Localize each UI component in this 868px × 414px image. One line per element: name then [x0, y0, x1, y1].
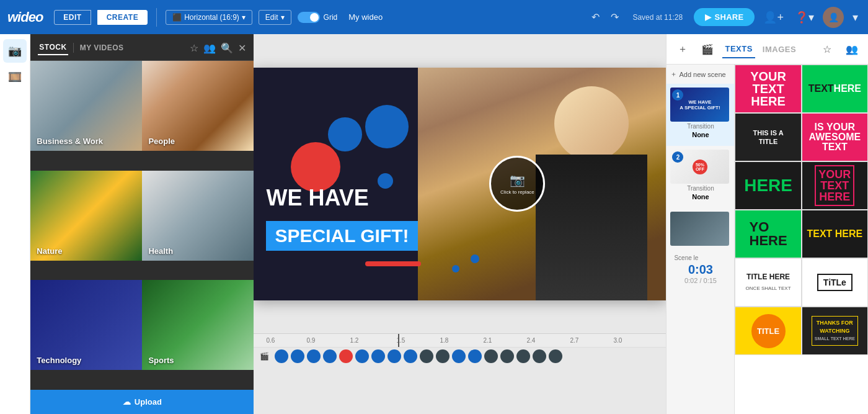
redo-button[interactable]: ↷ — [608, 9, 621, 25]
add-scene-icon-button[interactable]: ＋ — [673, 39, 693, 59]
format-selector[interactable]: ⬛ Horizontal (16:9) ▾ — [166, 10, 252, 25]
track-element-5[interactable] — [339, 349, 353, 363]
stock-item-business-work[interactable]: Business & Work — [30, 61, 142, 151]
track-film-button[interactable]: 🎬 — [259, 351, 270, 362]
texts-tab[interactable]: TEXTS — [722, 40, 755, 58]
stock-tab[interactable]: STOCK — [38, 40, 68, 55]
scene-item-3[interactable] — [666, 208, 734, 250]
stock-item-technology[interactable]: Technology — [30, 280, 142, 370]
playhead[interactable] — [398, 334, 399, 347]
scenes-icon-button[interactable]: 🎬 — [698, 39, 717, 59]
track-element-18[interactable] — [549, 349, 562, 363]
track-element-16[interactable] — [516, 349, 530, 363]
track-element-10[interactable] — [420, 349, 433, 363]
stock-item-sports[interactable]: Sports — [142, 280, 254, 370]
main-canvas[interactable]: 📷 Click to replace WE HAVE SPECIAL GIFT! — [254, 68, 666, 300]
template-item-8[interactable]: TEXT HERE — [802, 210, 868, 258]
track-element-4[interactable] — [323, 349, 337, 363]
template-item-10[interactable]: TiTLe — [802, 258, 868, 307]
undo-button[interactable]: ↶ — [589, 9, 602, 25]
template-item-6[interactable]: YOURTEXTHERE — [802, 161, 868, 210]
track-element-17[interactable] — [533, 349, 546, 363]
track-element-1[interactable] — [275, 349, 288, 363]
stock-item-health[interactable]: Health — [142, 171, 254, 261]
ruler-mark-8: 3.0 — [613, 337, 622, 344]
edit-mode-button[interactable]: Edit ▾ — [259, 10, 291, 25]
track-element-8[interactable] — [388, 349, 401, 363]
grid-toggle-switch[interactable] — [298, 12, 320, 23]
stock-users-button[interactable]: 👥 — [203, 42, 216, 54]
scene-item-1[interactable]: WE HAVEA SPECIAL GIFT! 1 Transition None — [666, 84, 734, 146]
right-content: ＋ Add new scene WE HAVEA SPECIAL GIFT! 1… — [666, 65, 868, 414]
share-icon: ▶ — [705, 12, 711, 22]
track-element-9[interactable] — [404, 349, 417, 363]
stock-tab-divider — [73, 43, 74, 53]
camera-icon: 📷 — [510, 173, 525, 187]
person-face — [554, 86, 629, 161]
scene-thumb-2: 50%OFF 2 — [670, 150, 729, 184]
stock-item-nature[interactable]: Nature — [30, 171, 142, 261]
track-element-12[interactable] — [452, 349, 466, 363]
rp-users-button[interactable]: 👥 — [842, 39, 862, 59]
images-tab[interactable]: IMAGES — [760, 41, 799, 58]
help-button[interactable]: ❓▾ — [792, 8, 817, 27]
template-item-1[interactable]: YOURTEXTHERE — [735, 65, 801, 113]
template-text-5: HERE — [744, 177, 792, 194]
stock-search-button[interactable]: 🔍 — [221, 42, 233, 54]
stock-item-people[interactable]: People — [142, 61, 254, 151]
template-item-2[interactable]: TEXTHERE — [802, 65, 868, 113]
grid-toggle: Grid — [298, 12, 338, 23]
track-element-13[interactable] — [468, 349, 482, 363]
track-element-3[interactable] — [307, 349, 321, 363]
track-element-15[interactable] — [500, 349, 514, 363]
scenes-list: ＋ Add new scene WE HAVEA SPECIAL GIFT! 1… — [666, 65, 735, 414]
avatar[interactable]: 👤 — [823, 7, 844, 28]
rp-favorite-button[interactable]: ☆ — [817, 39, 837, 59]
replace-overlay[interactable]: 📷 Click to replace — [489, 156, 545, 212]
template-item-5[interactable]: HERE — [735, 161, 801, 210]
template-item-3[interactable]: THIS IS ATITLE — [735, 113, 801, 161]
circle-blue-3 — [378, 173, 393, 189]
canvas-headline-1[interactable]: WE HAVE — [266, 186, 368, 210]
toggle-knob — [310, 13, 319, 22]
scene-transition-label-1: Transition — [670, 122, 730, 131]
stock-item-label: Technology — [37, 356, 81, 365]
canvas-area: 📷 Click to replace WE HAVE SPECIAL GIFT!… — [254, 34, 666, 414]
track-element-7[interactable] — [371, 349, 385, 363]
track-element-2[interactable] — [291, 349, 304, 363]
template-text-10: TiTLe — [817, 274, 852, 291]
track-element-11[interactable] — [436, 349, 450, 363]
stock-favorite-button[interactable]: ☆ — [190, 42, 198, 54]
circle-blue-1 — [328, 117, 362, 151]
sidebar-photo-button[interactable]: 📷 — [3, 39, 27, 63]
template-item-9[interactable]: TITLE HEREONCE SHALL TEXT — [735, 258, 801, 307]
stock-item-label: People — [148, 137, 175, 146]
account-chevron[interactable]: ▾ — [850, 8, 861, 27]
share-button[interactable]: ▶ SHARE — [694, 8, 755, 26]
upload-button[interactable]: ☁ Upload — [30, 390, 254, 414]
template-item-11[interactable]: TITLE — [735, 307, 801, 355]
create-button[interactable]: CREATE — [97, 10, 148, 25]
main-layout: 📷 🎞️ STOCK MY VIDEOS ☆ 👥 🔍 ✕ Business & … — [0, 34, 868, 414]
canvas-headline-2[interactable]: SPECIAL GIFT! — [266, 221, 417, 251]
template-item-12[interactable]: THANKS FORWATCHINGSMALL TEXT HERE — [802, 307, 868, 355]
timeline-track-1: 🎬 — [254, 348, 666, 365]
track-element-6[interactable] — [355, 349, 369, 363]
stock-close-button[interactable]: ✕ — [238, 42, 246, 54]
plus-icon: ＋ — [670, 70, 677, 79]
scene-transition-value-1: None — [670, 131, 730, 142]
template-item-7[interactable]: YOHERE — [735, 210, 801, 258]
scene-item-2[interactable]: 50%OFF 2 Transition None — [666, 146, 734, 208]
timeline-ruler: 0.6 0.9 1.2 1.5 1.8 2.1 2.4 2.7 3.0 — [254, 334, 666, 348]
add-scene-button[interactable]: ＋ Add new scene — [666, 65, 734, 84]
my-videos-tab[interactable]: MY VIDEOS — [79, 41, 125, 55]
edit-button[interactable]: EDIT — [54, 10, 91, 25]
add-user-button[interactable]: 👤+ — [761, 8, 786, 27]
sidebar-video-button[interactable]: 🎞️ — [3, 65, 27, 89]
ruler-mark-1: 0.9 — [306, 337, 315, 344]
track-element-14[interactable] — [484, 349, 498, 363]
project-name[interactable]: My wideo — [348, 12, 383, 22]
template-item-4[interactable]: IS YOURAWESOMETEXT — [802, 113, 868, 161]
template-text-4: IS YOURAWESOMETEXT — [809, 122, 861, 152]
scene-length-value: 0:03 — [670, 263, 730, 277]
